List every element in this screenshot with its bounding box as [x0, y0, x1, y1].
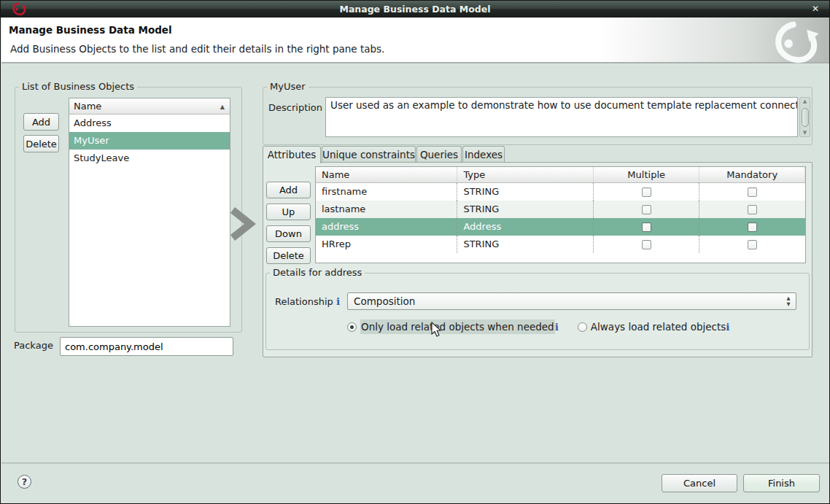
eager-load-radio-label[interactable]: Always load related objects	[591, 321, 726, 333]
description-scrollbar[interactable]: ▲ ▼	[799, 97, 810, 137]
finish-button[interactable]: Finish	[743, 474, 820, 492]
relationship-select[interactable]: Composition ▲ ▼	[347, 292, 796, 310]
dialog-subtitle: Add Business Objects to the list and edi…	[10, 43, 384, 55]
dialog-content: List of Business Objects Add Delete Name…	[1, 65, 830, 504]
move-down-button[interactable]: Down	[266, 225, 311, 242]
close-icon[interactable]: ✕	[809, 3, 822, 15]
scroll-down-icon[interactable]: ▼	[800, 130, 810, 136]
add-attribute-button[interactable]: Add	[266, 182, 311, 198]
attribute-row-firstname[interactable]: firstname STRING	[316, 183, 805, 201]
business-objects-name-header[interactable]: Name ▲	[69, 98, 230, 115]
cancel-button[interactable]: Cancel	[662, 474, 737, 492]
sort-ascending-icon[interactable]: ▲	[220, 104, 225, 110]
manage-bdm-dialog: Manage Business Data Model ✕ Manage Busi…	[0, 0, 830, 504]
multiple-checkbox[interactable]	[642, 240, 651, 249]
attribute-row-address[interactable]: address Address	[316, 218, 805, 236]
mandatory-checkbox[interactable]	[748, 222, 757, 232]
arrow-right-icon	[228, 206, 256, 241]
column-header-multiple[interactable]: Multiple	[594, 167, 700, 182]
business-object-row-studyleave[interactable]: StudyLeave	[69, 150, 230, 167]
multiple-checkbox[interactable]	[642, 222, 651, 232]
add-object-button[interactable]: Add	[23, 113, 59, 131]
relationship-info-icon[interactable]: i	[336, 295, 340, 307]
relationship-label: Relationship i	[275, 295, 340, 307]
column-header-mandatory[interactable]: Mandatory	[699, 167, 805, 182]
multiple-checkbox[interactable]	[642, 205, 651, 214]
combo-spinner-icon[interactable]: ▲ ▼	[784, 294, 793, 309]
lazy-load-radio-label[interactable]: Only load related objects when needed	[360, 319, 555, 334]
details-group	[265, 273, 810, 350]
delete-object-button[interactable]: Delete	[23, 135, 59, 152]
attributes-table-header[interactable]: Name Type Multiple Mandatory	[316, 167, 805, 183]
window-title: Manage Business Data Model	[1, 4, 829, 15]
dialog-title: Manage Business Data Model	[9, 24, 172, 36]
mandatory-checkbox[interactable]	[748, 187, 757, 197]
tab-queries[interactable]: Queries	[416, 146, 462, 163]
business-objects-table[interactable]: Name ▲ Address MyUser StudyLeave	[69, 98, 230, 327]
delete-attribute-button[interactable]: Delete	[266, 247, 311, 264]
attribute-row-hrrep[interactable]: HRrep STRING	[316, 236, 805, 253]
mouse-cursor-icon	[430, 322, 441, 338]
tab-attributes[interactable]: Attributes	[263, 146, 321, 163]
column-header-name[interactable]: Name	[316, 167, 457, 182]
footer-separator	[1, 462, 830, 464]
lazy-load-radio[interactable]	[347, 322, 357, 332]
attribute-row-lastname[interactable]: lastname STRING	[316, 201, 805, 218]
business-object-row-myuser[interactable]: MyUser	[69, 132, 230, 150]
dialog-header: Manage Business Data Model Add Business …	[1, 18, 830, 63]
titlebar[interactable]: Manage Business Data Model ✕	[1, 1, 829, 18]
description-textarea[interactable]: User used as an example to demonstrate h…	[325, 97, 798, 137]
move-up-button[interactable]: Up	[266, 203, 311, 220]
mandatory-checkbox[interactable]	[748, 205, 757, 214]
help-icon[interactable]: ?	[18, 475, 31, 489]
details-group-title: Details for address	[270, 267, 365, 278]
tab-unique-constraints[interactable]: Unique constraints	[322, 146, 416, 163]
package-input[interactable]	[60, 337, 233, 356]
bonita-logo-watermark-icon	[775, 19, 821, 64]
business-object-row-address[interactable]: Address	[69, 115, 230, 132]
business-objects-group-title: List of Business Objects	[19, 81, 137, 92]
column-header-type[interactable]: Type	[457, 167, 593, 182]
description-label: Description	[268, 102, 322, 113]
lazy-load-info-icon[interactable]: i	[555, 321, 559, 333]
scrollbar-thumb[interactable]	[802, 108, 809, 127]
package-label: Package	[14, 340, 53, 351]
tab-indexes[interactable]: Indexes	[462, 146, 505, 163]
myuser-group-title: MyUser	[267, 81, 309, 92]
attributes-table[interactable]: Name Type Multiple Mandatory firstname S…	[315, 166, 806, 263]
eager-load-radio[interactable]	[578, 322, 587, 332]
eager-load-info-icon[interactable]: i	[726, 321, 729, 333]
scroll-up-icon[interactable]: ▲	[800, 98, 810, 104]
mandatory-checkbox[interactable]	[748, 240, 757, 249]
multiple-checkbox[interactable]	[642, 187, 651, 197]
